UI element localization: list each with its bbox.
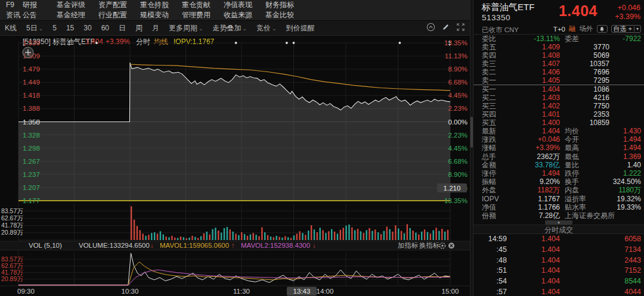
toolbar-item-月[interactable]: 月 xyxy=(147,23,164,33)
tape-time: :51 xyxy=(482,266,507,276)
ask-row-卖二[interactable]: 卖二1.4067696 xyxy=(473,68,644,76)
menu-item-F9[interactable]: F9 xyxy=(0,0,23,10)
tag-t0: T+0 xyxy=(553,26,565,33)
add-watchlist-button[interactable]: 自选 + ▾ xyxy=(611,25,642,33)
ask-row-卖四[interactable]: 卖四1.4085069 xyxy=(473,51,644,60)
event-marker[interactable] xyxy=(95,42,98,44)
ask-row-卖五[interactable]: 卖五1.4093770 xyxy=(473,43,644,51)
collapse-panel-button[interactable]: ▴ xyxy=(545,220,572,225)
svg-text:11:30: 11:30 xyxy=(233,288,250,295)
fullscreen-icon[interactable] xyxy=(456,23,465,33)
menu-item-管理费用[interactable]: 管理费用 xyxy=(182,10,224,20)
menu-row-1: F9研报基金评级资产配置重仓持股重仓贡献净值表现财务指标 xyxy=(0,0,470,10)
tape-row: 14:591.4046058 xyxy=(473,234,644,245)
stat-value: 7.28亿 xyxy=(539,211,560,220)
weibi-row: 委比 -13.11% 委差 -7922 xyxy=(473,35,644,43)
price-alert-bell-button[interactable] xyxy=(597,25,608,33)
menu-item-重仓贡献[interactable]: 重仓贡献 xyxy=(182,0,224,10)
menu-item-规模变动[interactable]: 规模变动 xyxy=(140,10,182,20)
event-marker[interactable] xyxy=(286,42,288,44)
stat-label: 涨停 xyxy=(482,169,496,177)
stat-label: 涨跌 xyxy=(482,135,496,144)
toolbar-item-15[interactable]: 15 xyxy=(61,24,79,32)
menu-item-资讯[interactable]: 资讯 xyxy=(0,10,23,20)
add-indicator-button[interactable]: 加指标 xyxy=(398,242,419,249)
toolbar-item-K线[interactable]: K线 xyxy=(0,23,21,33)
tape-price: 1.404 xyxy=(541,256,560,266)
bid-row-买一[interactable]: 买一1.4041086 xyxy=(473,85,644,94)
bid-row-买五[interactable]: 买五1.40010859 xyxy=(473,119,644,127)
draw-icon[interactable] xyxy=(441,23,450,33)
stat-row-IOPV: IOPV1.1767溢折率19.32% xyxy=(473,195,644,203)
ask-row-卖三[interactable]: 卖三1.40710357 xyxy=(473,60,644,68)
toolbar-item-竞价[interactable]: 竞价⌄ xyxy=(252,23,281,33)
dropdown-caret-icon: ⌄ xyxy=(243,26,247,32)
menu-item-资产配置[interactable]: 资产配置 xyxy=(98,0,140,10)
book-level-label: 买五 xyxy=(482,119,496,127)
book-level-label: 卖四 xyxy=(482,51,496,60)
toolbar-item-5[interactable]: 5 xyxy=(48,24,61,32)
toolbar-item-日[interactable]: 日 xyxy=(114,23,131,33)
toolbar-item-周[interactable]: 周 xyxy=(131,23,147,33)
watchlist-dropdown-caret-icon[interactable]: ▾ xyxy=(636,26,639,32)
menu-item-基金经理[interactable]: 基金经理 xyxy=(57,10,98,20)
bid-row-买四[interactable]: 买四1.4012353 xyxy=(473,110,644,119)
market-status: 已收市 CNY xyxy=(482,26,519,35)
svg-text:1.328: 1.328 xyxy=(23,132,40,139)
ask-row-卖一[interactable]: 卖一1.4057295 xyxy=(473,76,644,85)
svg-text:62.67万: 62.67万 xyxy=(1,214,23,222)
menu-item-基金评级[interactable]: 基金评级 xyxy=(57,0,98,10)
menu-item-研报[interactable]: 研报 xyxy=(23,0,57,10)
book-qty: 5069 xyxy=(593,51,609,60)
collapse-circle-icon[interactable] xyxy=(426,23,435,33)
event-marker[interactable] xyxy=(399,42,401,44)
svg-text:4.45%: 4.45% xyxy=(448,92,467,99)
svg-text:1.207: 1.207 xyxy=(23,184,40,191)
menu-item-重仓持股[interactable]: 重仓持股 xyxy=(140,0,182,10)
indicator-close-icon[interactable] xyxy=(448,243,454,249)
toolbar-item-走势叠加[interactable]: 走势叠加⌄ xyxy=(208,23,252,33)
stat-label: 涨幅 xyxy=(482,144,496,152)
volume-panel: 83.57万62.67万41.78万20.89万 xyxy=(1,207,450,240)
menu-item-收益来源[interactable]: 收益来源 xyxy=(224,10,265,20)
stat-label: 跌停 xyxy=(565,169,579,177)
crosshair-time-tooltip: 13:43 xyxy=(287,287,317,296)
security-code: 513350 xyxy=(482,13,510,22)
svg-text:62.67万: 62.67万 xyxy=(1,262,23,269)
vol-indicator-header: VOL (5,10)VOLUME:133294.6500↓MAVOL1:1590… xyxy=(0,241,470,250)
stat-row-净值: 净值1.1766贴水率19.33% xyxy=(473,203,644,211)
toolbar-item-5日[interactable]: 5日⌄ xyxy=(21,23,48,33)
event-marker[interactable] xyxy=(293,42,295,44)
weicha-value: -7922 xyxy=(623,35,641,43)
switch-indicator-button[interactable]: 换指标 xyxy=(419,242,440,249)
weibi-label: 委比 xyxy=(482,35,496,43)
svg-text:1.358: 1.358 xyxy=(23,119,40,126)
drag-handle-icon[interactable]: ‡ xyxy=(448,40,451,46)
tape-row: :571.4044044 xyxy=(473,287,644,296)
toolbar-item-到价提醒[interactable]: 到价提醒 xyxy=(281,23,320,33)
panel-splitter-handle[interactable] xyxy=(470,117,473,148)
chart-add-overlay-button[interactable] xyxy=(23,47,33,58)
menu-item-行业配置[interactable]: 行业配置 xyxy=(98,10,140,20)
menu-item-财务指标[interactable]: 财务指标 xyxy=(265,0,307,10)
stat-row-总手: 总手2362万最低1.369 xyxy=(473,152,644,161)
stat-value: 2362万 xyxy=(537,152,560,161)
menu-item-基金比较[interactable]: 基金比较 xyxy=(265,10,307,20)
toolbar-icons xyxy=(426,21,465,35)
bid-row-买二[interactable]: 买二1.4034216 xyxy=(473,94,644,102)
toolbar-item-30[interactable]: 30 xyxy=(79,24,96,32)
toolbar-item-60[interactable]: 60 xyxy=(97,24,114,32)
stat-label: 换手 xyxy=(565,177,579,186)
menu-item-净值表现[interactable]: 净值表现 xyxy=(224,0,265,10)
toolbar-item-更多周期[interactable]: 更多周期⌄ xyxy=(164,23,208,33)
tape-header: 分时成交 xyxy=(473,225,644,234)
menu-item-公告[interactable]: 公告 xyxy=(23,10,57,20)
bid-row-买三[interactable]: 买三1.4027750 xyxy=(473,102,644,110)
drag-handle-icon[interactable]: ‡ xyxy=(67,40,71,46)
event-marker[interactable] xyxy=(235,42,237,44)
intraday-chart[interactable]: [513350] 标普油气ETF1.404+3.39%分时均线IOPV:1.17… xyxy=(0,36,470,296)
tape-title: 分时成交 xyxy=(544,226,573,234)
svg-text:VOL (5,10): VOL (5,10) xyxy=(29,242,62,249)
stat-value: 1.494 xyxy=(623,144,641,152)
svg-text:20.89万: 20.89万 xyxy=(1,275,23,282)
